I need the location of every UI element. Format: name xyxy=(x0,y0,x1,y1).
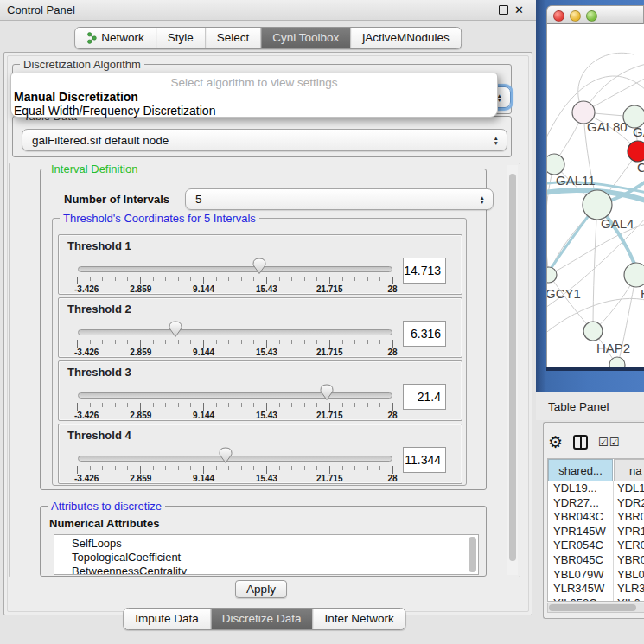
close-traffic-light-icon[interactable] xyxy=(553,10,564,22)
hscrollbar-thumb[interactable] xyxy=(549,604,636,611)
dropdown-hint: Select algorithm to view settings xyxy=(11,76,497,89)
table-panel-toolbar: ⚙ ☑☑ xyxy=(548,429,644,455)
float-window-icon[interactable] xyxy=(499,5,508,15)
node-label-gal4: GAL4 xyxy=(601,216,634,231)
dropdown-option-equal-width[interactable]: Equal Width/Frequency Discretization xyxy=(14,104,215,118)
node-partial-bottom[interactable] xyxy=(609,357,625,367)
node-label-gal11: GAL11 xyxy=(556,173,596,188)
tab-infer-network[interactable]: Infer Network xyxy=(312,609,405,629)
checkbox-icons[interactable]: ☑☑ xyxy=(598,436,620,449)
tab-style[interactable]: Style xyxy=(156,28,205,48)
node-label-gcy1: GCY1 xyxy=(547,286,581,301)
node-red-selected[interactable] xyxy=(628,141,644,162)
tab-select-label: Select xyxy=(217,30,250,45)
tab-cyni-toolbox-label: Cyni Toolbox xyxy=(272,30,339,45)
network-window-titlebar[interactable] xyxy=(546,5,644,24)
list-item-selfloops[interactable]: SelfLoops xyxy=(54,535,478,551)
number-of-intervals-combobox[interactable]: 5 ▲▼ xyxy=(185,188,494,210)
table-row[interactable]: YER054CYER0 xyxy=(548,539,644,553)
threshold-4-scale: -3.4262.8599.14415.4321.71528 xyxy=(78,474,392,483)
column-header-shared[interactable]: shared... xyxy=(548,459,613,481)
threshold-2-value-field[interactable]: 6.316 xyxy=(403,321,446,347)
threshold-3-slider-thumb[interactable] xyxy=(320,384,334,401)
node-label-ga: GA xyxy=(633,124,644,139)
table-rows: YDL19...YDL1 YDR27...YDR2 YBR043CYBR0 YP… xyxy=(548,481,644,602)
tab-network[interactable]: Network xyxy=(75,28,156,48)
column-header-name[interactable]: na xyxy=(614,459,644,481)
node-label-h: H xyxy=(641,286,644,301)
tab-discretize-data[interactable]: Discretize Data xyxy=(210,609,313,629)
table-row[interactable]: YLR345WYLR3 xyxy=(548,582,644,596)
close-icon[interactable]: ✕ xyxy=(514,4,524,16)
threshold-1-value-field[interactable]: 14.713 xyxy=(403,258,446,284)
attributes-legend: Attributes to discretize xyxy=(48,500,165,513)
threshold-2-panel: Threshold 2 -3.4262.8599.14415.4321.7152… xyxy=(58,297,462,358)
node-label-hap2: HAP2 xyxy=(596,341,630,355)
node-label-c: C xyxy=(637,160,644,175)
algorithm-dropdown-popup: Select algorithm to view settings Manual… xyxy=(10,73,498,118)
threshold-3-scale: -3.4262.8599.14415.4321.71528 xyxy=(78,411,392,420)
vertical-scrollbar[interactable] xyxy=(507,165,518,575)
list-scrollbar[interactable] xyxy=(469,537,476,572)
tab-jactivemnodules[interactable]: jActiveMNodules xyxy=(350,28,461,48)
threshold-1-scale: -3.4262.8599.14415.4321.71528 xyxy=(78,284,392,294)
interval-definition-group: Interval Definition Number of Intervals … xyxy=(40,169,487,490)
list-item-topologicalcoefficient[interactable]: TopologicalCoefficient xyxy=(54,551,478,564)
node-gal4[interactable] xyxy=(583,190,612,220)
top-tab-bar: Network Style Select Cyni Toolbox jActiv… xyxy=(74,27,462,49)
table-row[interactable]: YDL19...YDL1 xyxy=(548,481,644,496)
threshold-1-slider-thumb[interactable] xyxy=(252,258,266,275)
tab-cyni-toolbox[interactable]: Cyni Toolbox xyxy=(260,28,350,48)
threshold-2-slider-thumb[interactable] xyxy=(169,321,182,338)
network-graph: GAL80 GA C GAL11 GAL4 GCY1 H HAP2 xyxy=(547,24,644,367)
node-h[interactable] xyxy=(624,263,644,287)
list-item-betweennesscentrality[interactable]: BetweennessCentrality xyxy=(54,564,478,575)
threshold-4-panel: Threshold 4 -3.4262.8599.14415.4321.7152… xyxy=(58,424,462,484)
gear-icon[interactable]: ⚙ xyxy=(548,432,563,451)
threshold-2-label: Threshold 2 xyxy=(67,303,131,316)
combo-stepper-icon: ▲▼ xyxy=(494,136,499,145)
threshold-3-value-field[interactable]: 21.4 xyxy=(403,384,446,410)
table-horizontal-scrollbar[interactable] xyxy=(547,603,644,613)
network-canvas[interactable]: GAL80 GA C GAL11 GAL4 GCY1 H HAP2 xyxy=(546,24,644,367)
scrollbar-thumb[interactable] xyxy=(509,174,516,561)
threshold-1-label: Threshold 1 xyxy=(67,239,131,252)
tab-impute-data[interactable]: Impute Data xyxy=(124,609,210,629)
interval-definition-legend: Interval Definition xyxy=(48,163,141,175)
minimize-traffic-light-icon[interactable] xyxy=(570,10,581,22)
table-row[interactable]: YDR27...YDR2 xyxy=(548,496,644,511)
table-row[interactable]: YBR043CYBR0 xyxy=(548,510,644,525)
threshold-3-panel: Threshold 3 -3.4262.8599.14415.4321.7152… xyxy=(58,360,462,421)
tab-infer-network-label: Infer Network xyxy=(324,611,393,626)
node-gcy1[interactable] xyxy=(547,267,557,283)
network-canvas-shadow xyxy=(546,367,644,371)
attributes-group: Attributes to discretize Numerical Attri… xyxy=(40,506,487,577)
number-of-intervals-label: Number of Intervals xyxy=(64,193,169,206)
table-row[interactable]: YBL079WYBL0 xyxy=(548,568,644,583)
tab-network-label: Network xyxy=(101,30,144,45)
apply-button[interactable]: Apply xyxy=(235,580,287,598)
dropdown-option-manual[interactable]: Manual Discretization xyxy=(14,90,138,104)
threshold-3-label: Threshold 3 xyxy=(67,366,131,379)
threshold-4-slider-thumb[interactable] xyxy=(219,447,233,464)
threshold-4-value-field[interactable]: 11.344 xyxy=(403,447,446,473)
threshold-2-scale: -3.4262.8599.14415.4321.71528 xyxy=(78,348,392,357)
table-row[interactable]: YIL052CYIL0 xyxy=(548,596,644,602)
bottom-tab-bar: Impute Data Discretize Data Infer Networ… xyxy=(123,608,405,630)
table-row[interactable]: YBR045CYBR0 xyxy=(548,553,644,568)
table-row[interactable]: YPR145WYPR1 xyxy=(548,525,644,539)
tab-select[interactable]: Select xyxy=(205,28,261,48)
discretization-algorithm-legend: Discretization Algorithm xyxy=(20,58,144,71)
zoom-traffic-light-icon[interactable] xyxy=(586,10,597,22)
numerical-attributes-heading: Numerical Attributes xyxy=(49,517,159,530)
node-hap2[interactable] xyxy=(583,322,603,341)
tab-jactivemnodules-label: jActiveMNodules xyxy=(362,30,450,45)
settings-scroll-area: Interval Definition Number of Intervals … xyxy=(9,163,520,577)
table-header-row: shared... na xyxy=(548,459,644,481)
thresholds-legend: Threshold's Coordinates for 5 Intervals xyxy=(60,212,259,225)
node-gal11[interactable] xyxy=(547,154,564,175)
table-panel-titlebar: Table Panel xyxy=(536,392,644,420)
network-view-window: GAL80 GA C GAL11 GAL4 GCY1 H HAP2 xyxy=(546,5,644,367)
table-data-combobox[interactable]: galFiltered.sif default node ▲▼ xyxy=(22,129,507,151)
columns-icon[interactable] xyxy=(573,435,588,450)
